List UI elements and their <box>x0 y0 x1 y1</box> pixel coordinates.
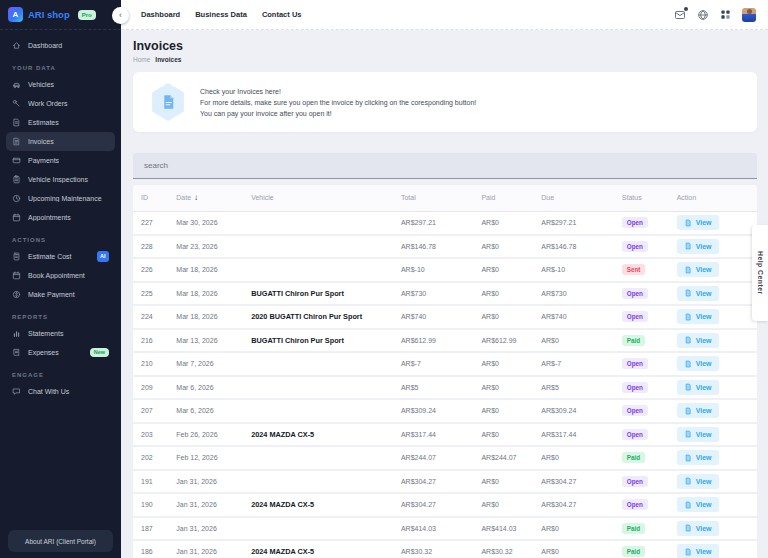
status-badge: Paid <box>622 452 645 463</box>
sidebar-item-book-appointment[interactable]: Book Appointment <box>6 266 115 285</box>
top-nav-business-data[interactable]: Business Data <box>195 10 247 19</box>
view-button-label: View <box>696 454 712 461</box>
invoice-id: 224 <box>133 305 172 329</box>
chat-icon <box>12 387 21 396</box>
help-center-tab[interactable]: Help Center <box>752 225 768 321</box>
sidebar-collapse-button[interactable]: ‹ <box>112 7 129 24</box>
column-header-vehicle[interactable]: Vehicle <box>247 185 397 211</box>
view-invoice-button[interactable]: View <box>677 215 719 230</box>
sidebar-item-invoices[interactable]: Invoices <box>6 132 115 151</box>
column-header-total[interactable]: Total <box>397 185 477 211</box>
view-invoice-button[interactable]: View <box>677 380 719 395</box>
view-invoice-button[interactable]: View <box>677 356 719 371</box>
invoice-paid: AR$0 <box>477 493 537 517</box>
sidebar-item-appointments[interactable]: Appointments <box>6 208 115 227</box>
invoice-paid: AR$612.99 <box>477 329 537 353</box>
column-header-id[interactable]: ID <box>133 185 172 211</box>
invoice-vehicle: 2020 BUGATTI Chiron Pur Sport <box>247 305 397 329</box>
logo[interactable]: A ARI shop Pro <box>0 0 121 30</box>
column-header-status[interactable]: Status <box>618 185 673 211</box>
about-ari-button[interactable]: About ARI (Client Portal) <box>8 530 113 552</box>
sidebar-item-label: Dashboard <box>28 42 109 49</box>
ai-badge: AI <box>97 251 110 262</box>
sidebar-item-dashboard[interactable]: Dashboard <box>6 36 115 55</box>
invoice-total: AR$317.44 <box>397 423 477 447</box>
status-badge: Open <box>622 311 648 322</box>
invoice-total: AR$612.99 <box>397 329 477 353</box>
view-invoice-button[interactable]: View <box>677 474 719 489</box>
sidebar-section-engage: ENGAGE <box>0 362 121 382</box>
column-header-action[interactable]: Action <box>673 185 757 211</box>
sidebar-item-label: Book Appointment <box>28 272 109 279</box>
view-button-label: View <box>696 360 712 367</box>
invoice-id: 190 <box>133 493 172 517</box>
invoice-due: AR$730 <box>537 282 617 306</box>
invoice-document-icon <box>150 83 186 121</box>
invoice-due: AR$0 <box>537 329 617 353</box>
view-invoice-button[interactable]: View <box>677 239 719 254</box>
view-invoice-button[interactable]: View <box>677 403 719 418</box>
view-invoice-button[interactable]: View <box>677 309 719 324</box>
breadcrumb-current: Invoices <box>155 56 181 63</box>
document-view-icon <box>684 407 692 415</box>
view-invoice-button[interactable]: View <box>677 497 719 512</box>
sidebar-item-work-orders[interactable]: Work Orders <box>6 94 115 113</box>
messages-icon[interactable] <box>674 9 686 21</box>
invoice-due: AR$0 <box>537 446 617 470</box>
view-invoice-button[interactable]: View <box>677 286 719 301</box>
notice-line-3: You can pay your invoice after you open … <box>200 108 476 119</box>
status-badge: Open <box>622 429 648 440</box>
sidebar-item-chat-with-us[interactable]: Chat With Us <box>6 382 115 401</box>
column-header-date[interactable]: Date↓ <box>172 185 247 211</box>
invoice-date: Mar 13, 2026 <box>172 329 247 353</box>
invoice-row-210: 210Mar 7, 2026AR$-7AR$0AR$-7OpenView <box>133 352 757 376</box>
view-invoice-button[interactable]: View <box>677 427 719 442</box>
invoice-row-203: 203Feb 26, 20262024 MAZDA CX-5AR$317.44A… <box>133 423 757 447</box>
view-invoice-button[interactable]: View <box>677 521 719 536</box>
apps-grid-icon[interactable] <box>720 9 731 20</box>
sidebar-item-estimate-cost[interactable]: Estimate CostAI <box>6 247 115 266</box>
invoice-due: AR$-10 <box>537 258 617 282</box>
invoice-date: Jan 31, 2026 <box>172 493 247 517</box>
invoice-icon <box>12 137 21 146</box>
sidebar-item-estimates[interactable]: Estimates <box>6 113 115 132</box>
view-invoice-button[interactable]: View <box>677 262 719 277</box>
view-invoice-button[interactable]: View <box>677 450 719 465</box>
invoice-date: Jan 31, 2026 <box>172 540 247 558</box>
sort-desc-icon[interactable]: ↓ <box>194 193 198 202</box>
invoice-id: 203 <box>133 423 172 447</box>
column-header-due[interactable]: Due <box>537 185 617 211</box>
search-input[interactable] <box>133 153 757 179</box>
clock-icon <box>12 194 21 203</box>
view-invoice-button[interactable]: View <box>677 544 719 558</box>
sidebar-item-upcoming-maintenance[interactable]: Upcoming Maintenance <box>6 189 115 208</box>
invoice-date: Mar 23, 2026 <box>172 235 247 259</box>
top-nav: DashboardBusiness DataContact Us <box>141 10 301 19</box>
estimate-icon <box>12 118 21 127</box>
top-nav-dashboard[interactable]: Dashboard <box>141 10 180 19</box>
column-header-paid[interactable]: Paid <box>477 185 537 211</box>
view-invoice-button[interactable]: View <box>677 333 719 348</box>
sidebar-item-vehicle-inspections[interactable]: Vehicle Inspections <box>6 170 115 189</box>
sidebar-item-expenses[interactable]: ExpensesNew <box>6 343 115 362</box>
invoice-vehicle: 2024 MAZDA CX-5 <box>247 493 397 517</box>
sidebar-item-payments[interactable]: Payments <box>6 151 115 170</box>
view-button-label: View <box>696 313 712 320</box>
invoice-id: 227 <box>133 211 172 235</box>
invoice-vehicle <box>247 446 397 470</box>
breadcrumb: Home Invoices <box>133 56 757 63</box>
status-badge: Open <box>622 405 648 416</box>
sidebar-item-statements[interactable]: Statements <box>6 324 115 343</box>
breadcrumb-home[interactable]: Home <box>133 56 150 63</box>
sidebar-item-make-payment[interactable]: Make Payment <box>6 285 115 304</box>
calendar-icon <box>12 271 21 280</box>
view-button-label: View <box>696 431 712 438</box>
invoices-notice-card: Check your Invoices here! For more detai… <box>133 72 757 132</box>
invoice-paid: AR$0 <box>477 282 537 306</box>
notice-line-1: Check your Invoices here! <box>200 86 476 97</box>
user-avatar[interactable] <box>742 8 756 22</box>
globe-icon[interactable] <box>697 9 709 21</box>
invoice-due: AR$740 <box>537 305 617 329</box>
sidebar-item-vehicles[interactable]: Vehicles <box>6 75 115 94</box>
top-nav-contact-us[interactable]: Contact Us <box>262 10 302 19</box>
